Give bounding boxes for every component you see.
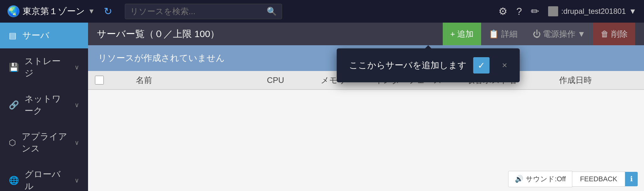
power-icon: ⏻ bbox=[533, 29, 541, 39]
detail-icon: 📋 bbox=[489, 29, 499, 39]
sidebar-label-network: ネットワーク bbox=[25, 93, 69, 117]
top-nav: 🌏 東京第１ゾーン ▼ ↻ 🔍 ⚙ ? ✏ :drupal_test201801… bbox=[0, 0, 644, 23]
sidebar-label-global: グローバル bbox=[25, 168, 69, 191]
sound-icon: 🔊 bbox=[515, 175, 523, 183]
network-icon: 🔗 bbox=[9, 100, 19, 110]
user-chevron-icon: ▼ bbox=[629, 7, 636, 16]
power-chevron-icon: ▼ bbox=[577, 29, 586, 39]
main-content: サーバー覧（０／上限 100） + 追加 📋 詳細 ⏻ 電源操作 ▼ 🗑 削除 … bbox=[88, 23, 644, 191]
search-icon: 🔍 bbox=[267, 7, 277, 16]
sidebar-label-storage: ストレージ bbox=[25, 55, 69, 79]
user-name: :drupal_test201801 bbox=[561, 7, 626, 16]
sidebar-item-global[interactable]: 🌐 グローバル ∨ bbox=[0, 161, 88, 191]
sound-button[interactable]: 🔊 サウンド:Off bbox=[508, 171, 572, 187]
tooltip-confirm-button[interactable]: ✓ bbox=[473, 57, 489, 74]
search-input[interactable] bbox=[130, 7, 264, 16]
sidebar-item-storage[interactable]: 💾 ストレージ ∨ bbox=[0, 48, 88, 86]
server-icon: ▤ bbox=[9, 31, 17, 41]
edit-button[interactable]: ✏ bbox=[531, 5, 539, 17]
add-button[interactable]: + 追加 bbox=[443, 23, 481, 45]
detail-button[interactable]: 📋 詳細 bbox=[481, 23, 525, 45]
th-date: 作成日時 bbox=[552, 75, 644, 86]
storage-chevron-icon: ∨ bbox=[75, 63, 79, 71]
sidebar: ▤ サーバ 💾 ストレージ ∨ 🔗 ネットワーク ∨ ⬡ アプライアンス ∨ 🌐… bbox=[0, 23, 88, 191]
select-all-checkbox[interactable] bbox=[95, 76, 104, 85]
layout: ▤ サーバ 💾 ストレージ ∨ 🔗 ネットワーク ∨ ⬡ アプライアンス ∨ 🌐… bbox=[0, 23, 644, 191]
zone-name: 東京第１ゾーン bbox=[23, 5, 85, 17]
th-cpu: CPU bbox=[259, 75, 313, 85]
user-menu[interactable]: :drupal_test201801 ▼ bbox=[548, 6, 636, 16]
global-chevron-icon: ∨ bbox=[75, 177, 79, 184]
globe-icon: 🌏 bbox=[8, 5, 19, 17]
refresh-button[interactable]: ↻ bbox=[104, 5, 112, 17]
appliance-icon: ⬡ bbox=[9, 138, 16, 148]
storage-icon: 💾 bbox=[9, 63, 19, 72]
info-button[interactable]: ℹ bbox=[625, 172, 638, 186]
feedback-button[interactable]: FEEDBACK bbox=[572, 172, 625, 187]
tooltip-popup: ここからサーバを追加します ✓ × bbox=[336, 48, 519, 82]
th-name: 名前 bbox=[128, 75, 259, 86]
toolbar-title: サーバー覧（０／上限 100） bbox=[97, 28, 443, 41]
toolbar: サーバー覧（０／上限 100） + 追加 📋 詳細 ⏻ 電源操作 ▼ 🗑 削除 bbox=[88, 23, 644, 45]
global-icon: 🌐 bbox=[9, 176, 19, 185]
sound-label: サウンド:Off bbox=[526, 174, 566, 184]
delete-icon: 🗑 bbox=[601, 29, 609, 39]
network-chevron-icon: ∨ bbox=[75, 101, 79, 109]
detail-label: 詳細 bbox=[501, 29, 518, 40]
tooltip-close-button[interactable]: × bbox=[502, 60, 507, 70]
sidebar-item-server[interactable]: ▤ サーバ bbox=[0, 23, 88, 48]
sidebar-item-network[interactable]: 🔗 ネットワーク ∨ bbox=[0, 86, 88, 124]
tooltip-message: ここからサーバを追加します bbox=[349, 59, 467, 71]
help-button[interactable]: ? bbox=[516, 6, 522, 17]
zone-chevron-icon: ▼ bbox=[88, 7, 95, 15]
sidebar-label-server: サーバ bbox=[22, 30, 79, 41]
appliance-chevron-icon: ∨ bbox=[75, 139, 79, 146]
power-button[interactable]: ⏻ 電源操作 ▼ bbox=[525, 23, 593, 45]
sidebar-label-appliance: アプライアンス bbox=[22, 131, 69, 155]
search-box: 🔍 bbox=[125, 4, 282, 19]
sidebar-item-appliance[interactable]: ⬡ アプライアンス ∨ bbox=[0, 124, 88, 161]
user-avatar bbox=[548, 6, 558, 16]
settings-button[interactable]: ⚙ bbox=[498, 5, 508, 17]
zone-selector[interactable]: 🌏 東京第１ゾーン ▼ bbox=[8, 5, 95, 17]
empty-message: リソースが作成されていません bbox=[98, 53, 225, 63]
delete-button[interactable]: 🗑 削除 bbox=[593, 23, 635, 45]
power-label: 電源操作 bbox=[543, 29, 575, 40]
nav-icons: ⚙ ? ✏ :drupal_test201801 ▼ bbox=[498, 5, 636, 17]
th-checkbox[interactable] bbox=[88, 76, 111, 85]
bottom-bar: 🔊 サウンド:Off FEEDBACK ℹ bbox=[502, 167, 644, 191]
delete-label: 削除 bbox=[611, 29, 628, 40]
